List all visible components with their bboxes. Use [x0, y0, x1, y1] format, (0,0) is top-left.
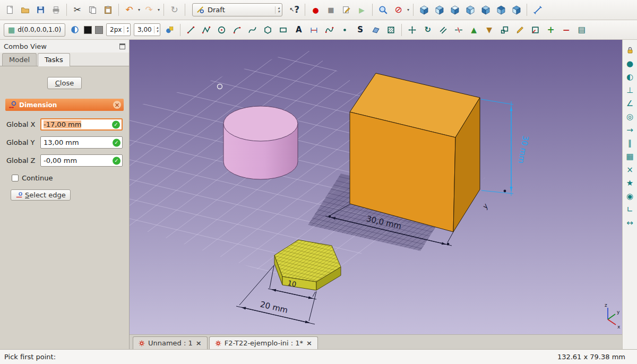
snap-endpoint-icon[interactable]: ● — [624, 57, 636, 70]
line-tool-icon[interactable] — [184, 23, 198, 37]
whats-this-icon[interactable]: ↖? — [287, 3, 302, 17]
line-width-select[interactable]: 2px▴▾ — [106, 23, 131, 36]
copy-icon[interactable] — [85, 3, 100, 17]
checkbox-box[interactable] — [12, 175, 19, 181]
cut-icon[interactable]: ✂ — [70, 3, 84, 17]
open-folder-icon[interactable] — [18, 3, 32, 17]
zoom-fit-all-icon[interactable] — [376, 3, 390, 17]
global-z-input[interactable]: -0,00 mm ✓ — [40, 154, 123, 167]
snap-near-icon[interactable]: ◉ — [624, 190, 636, 203]
scale-tool-icon[interactable] — [497, 23, 512, 37]
snap-perpendicular-icon[interactable]: ⊥ — [624, 84, 636, 97]
snap-parallel-icon[interactable]: ∥ — [624, 137, 636, 150]
float-panel-icon[interactable] — [119, 44, 125, 49]
view-rear-icon[interactable] — [478, 3, 493, 17]
tab-tasks[interactable]: Tasks — [38, 53, 70, 66]
document-tab-ejemplo[interactable]: F2-T22-ejemplo-ini : 1* × — [209, 336, 318, 349]
snap-center-icon[interactable]: ◎ — [624, 110, 636, 123]
cylinder-object[interactable] — [223, 106, 298, 179]
macro-edit-icon[interactable] — [339, 3, 354, 17]
undo-dropdown-icon[interactable]: ▾ — [137, 8, 141, 12]
snap-ortho-icon[interactable]: ∟ — [624, 203, 636, 216]
snap-dimensions-icon[interactable]: ↔ — [624, 216, 636, 229]
shapestring-tool-icon[interactable]: S — [353, 23, 367, 37]
macro-record-icon[interactable]: ● — [308, 3, 323, 17]
print-icon[interactable] — [49, 3, 63, 17]
offset-tool-icon[interactable] — [436, 23, 450, 37]
snap-intersection-icon[interactable]: × — [624, 163, 636, 176]
draw-style-icon[interactable]: ⊘ — [391, 3, 406, 17]
trimex-tool-icon[interactable] — [451, 23, 466, 37]
remove-point-tool-icon[interactable]: − — [559, 23, 573, 37]
working-plane-proxy-icon[interactable]: ▤ — [574, 23, 589, 37]
continue-checkbox[interactable]: Continue — [12, 174, 129, 182]
construction-mode-icon[interactable] — [67, 23, 82, 37]
hatch-tool-icon[interactable] — [384, 23, 398, 37]
tab-model[interactable]: Model — [2, 53, 37, 66]
facebinder-tool-icon[interactable] — [368, 23, 383, 37]
line-color-swatch[interactable] — [84, 26, 92, 34]
view-right-icon[interactable] — [463, 3, 477, 17]
redo-dropdown-icon[interactable]: ▾ — [157, 8, 161, 12]
snap-lock-icon[interactable] — [624, 44, 636, 57]
bspline-tool-icon[interactable] — [322, 23, 337, 37]
macro-play-icon[interactable]: ▶ — [355, 3, 369, 17]
close-tab-icon[interactable]: × — [196, 340, 202, 346]
select-edge-button[interactable]: Select edge — [11, 189, 71, 201]
view-front-icon[interactable] — [432, 3, 446, 17]
view-top-icon[interactable] — [447, 3, 462, 17]
close-tab-icon[interactable]: × — [306, 340, 312, 346]
downgrade-tool-icon[interactable]: ▼ — [482, 23, 496, 37]
save-icon[interactable] — [33, 3, 48, 17]
measure-distance-icon[interactable] — [530, 3, 545, 17]
text-tool-icon[interactable]: A — [291, 23, 306, 37]
undo-icon[interactable]: ↶ — [122, 3, 136, 17]
point-tool-icon[interactable] — [338, 23, 352, 37]
macro-stop-icon[interactable]: ■ — [324, 3, 338, 17]
text-scale-spinner[interactable]: 3,00▴▾ — [134, 23, 160, 36]
document-tab-unnamed[interactable]: Unnamed : 1 × — [133, 336, 208, 349]
3d-scene[interactable]: 30,0 mm 30 mm y — [130, 40, 622, 334]
snap-midpoint-icon[interactable]: ◐ — [624, 71, 636, 83]
apply-style-icon[interactable] — [162, 23, 177, 37]
face-color-swatch[interactable] — [95, 26, 103, 34]
paste-icon[interactable] — [101, 3, 115, 17]
working-plane-button[interactable]: ▦d(0.0,0.0,1.0) — [4, 23, 65, 37]
snap-special-icon[interactable]: ★ — [624, 177, 636, 189]
polyline-tool-icon[interactable] — [199, 23, 213, 37]
snap-grid-icon[interactable]: ▦ — [624, 150, 636, 163]
view-left-icon[interactable] — [509, 3, 523, 17]
polygon-tool-icon[interactable] — [261, 23, 275, 37]
global-y-input[interactable]: 13,00 mm ✓ — [40, 136, 123, 149]
arc-tool-icon[interactable] — [230, 23, 244, 37]
box-object[interactable] — [350, 73, 480, 232]
draw-style-dropdown-icon[interactable]: ▾ — [406, 8, 410, 12]
redo-icon[interactable]: ↷ — [142, 3, 156, 17]
global-x-input[interactable]: -17,00 mm ✓ — [40, 118, 123, 131]
bezier-tool-icon[interactable] — [245, 23, 260, 37]
workbench-spin-arrows[interactable]: ▴▾ — [275, 6, 280, 14]
move-tool-icon[interactable] — [405, 23, 419, 37]
collapse-task-icon[interactable]: × — [113, 101, 121, 109]
dimension-task-header[interactable]: Dimension × — [5, 99, 124, 111]
workbench-selector[interactable]: Draft ▴▾ — [192, 3, 282, 16]
dimension-tool-icon[interactable] — [307, 23, 321, 37]
view-axonometric-icon[interactable] — [417, 3, 431, 17]
add-point-tool-icon[interactable]: + — [544, 23, 558, 37]
view-bottom-icon[interactable] — [494, 3, 508, 17]
text-scale-spin-arrows[interactable]: ▴▾ — [154, 26, 159, 33]
refresh-icon[interactable]: ↻ — [167, 3, 182, 17]
edit-tool-icon[interactable] — [513, 23, 527, 37]
3d-viewport[interactable]: 30,0 mm 30 mm y — [130, 40, 622, 334]
line-width-spin-arrows[interactable]: ▴▾ — [124, 26, 128, 33]
rotate-tool-icon[interactable]: ↻ — [420, 23, 435, 37]
snap-angle-icon[interactable]: ∠ — [624, 97, 636, 110]
close-button[interactable]: Close — [47, 77, 82, 89]
snap-extension-icon[interactable]: → — [624, 124, 636, 136]
rectangle-tool-icon[interactable] — [276, 23, 290, 37]
subelement-highlight-tool-icon[interactable] — [528, 23, 543, 37]
circle-tool-icon[interactable] — [214, 23, 229, 37]
new-document-icon[interactable] — [3, 3, 17, 17]
status-bar: Pick first point: 132.61 x 79.38 mm — [0, 349, 637, 364]
upgrade-tool-icon[interactable]: ▲ — [467, 23, 481, 37]
